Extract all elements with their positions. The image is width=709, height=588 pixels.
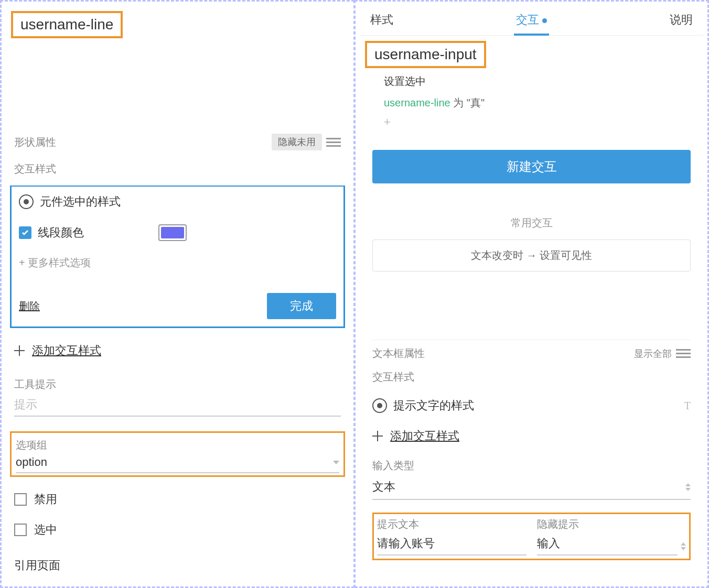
disable-checkbox[interactable] [14, 493, 27, 506]
line-color-swatch[interactable] [158, 224, 187, 241]
option-group-value: option [16, 455, 47, 469]
condition-target: username-line [384, 97, 450, 108]
option-group-dropdown[interactable]: option [16, 452, 339, 473]
interaction-style-label: 交互样式 [372, 370, 691, 384]
interaction-style-label: 交互样式 [10, 162, 345, 176]
condition-text: 为 "真" [450, 97, 485, 108]
tab-notes[interactable]: 说明 [670, 12, 693, 35]
disable-checkbox-row[interactable]: 禁用 [10, 492, 345, 507]
add-interaction-style-row[interactable]: 添加交互样式 [372, 428, 691, 444]
hint-text-section: 提示文本 隐藏提示 [372, 513, 691, 560]
stepper-icon [681, 542, 686, 550]
target-icon [372, 398, 387, 413]
selected-style-editor: 元件选中的样式 线段颜色 + 更多样式选项 删除 完成 [10, 186, 345, 328]
element-name-label: username-input [365, 41, 486, 68]
hide-unused-button[interactable]: 隐藏未用 [272, 134, 322, 150]
text-icon: T [684, 400, 691, 412]
hint-text-style-title: 提示文字的样式 [393, 398, 474, 413]
selected-checkbox[interactable] [14, 524, 27, 536]
hint-text-style-row[interactable]: 提示文字的样式 T [372, 398, 691, 413]
common-interactions-title: 常用交互 [372, 216, 691, 230]
plus-icon [372, 431, 383, 441]
new-interaction-button[interactable]: 新建交互 [372, 150, 691, 183]
hint-text-label: 提示文本 [377, 517, 527, 531]
selected-checkbox-row[interactable]: 选中 [10, 522, 345, 538]
complete-button[interactable]: 完成 [267, 293, 336, 319]
tab-interaction[interactable]: 交互 [516, 12, 547, 35]
more-options-link[interactable]: + 更多样式选项 [19, 256, 336, 270]
chevron-down-icon [333, 461, 339, 464]
input-type-value: 文本 [372, 479, 395, 495]
add-interaction-style-row[interactable]: 添加交互样式 [10, 343, 345, 358]
add-condition-button[interactable]: + [384, 115, 691, 129]
common-interaction-item[interactable]: 文本改变时 → 设置可见性 [372, 239, 691, 271]
textbox-props-header: 文本框属性 显示全部 [372, 340, 691, 361]
hint-text-input[interactable] [377, 532, 527, 556]
tab-style[interactable]: 样式 [370, 12, 393, 35]
selected-label: 选中 [34, 522, 57, 538]
option-group-box: 选项组 option [10, 431, 345, 477]
selected-style-title: 元件选中的样式 [40, 194, 121, 210]
hamburger-icon[interactable] [326, 136, 341, 149]
set-selected-title: 设置选中 [384, 74, 691, 89]
shape-props-label: 形状属性 [14, 135, 56, 149]
hamburger-icon[interactable] [676, 347, 691, 360]
left-panel: username-line 形状属性 隐藏未用 交互样式 元件选中的样式 线段颜… [0, 0, 354, 588]
option-group-label: 选项组 [16, 438, 339, 452]
element-name-label: username-line [11, 11, 123, 38]
add-interaction-style-link: 添加交互样式 [390, 428, 459, 444]
reference-page-link[interactable]: 引用页面 [10, 558, 345, 573]
unsaved-dot-icon [542, 18, 547, 23]
line-color-label: 线段颜色 [38, 225, 84, 241]
disable-label: 禁用 [34, 492, 57, 507]
delete-button[interactable]: 删除 [19, 299, 40, 313]
target-icon [19, 194, 34, 209]
tabs-row: 样式 交互 说明 [360, 6, 703, 36]
add-interaction-style-link: 添加交互样式 [32, 343, 101, 358]
input-type-dropdown[interactable]: 文本 [372, 475, 691, 500]
line-color-checkbox[interactable] [19, 226, 31, 239]
input-type-label: 输入类型 [372, 459, 691, 473]
condition-line[interactable]: username-line 为 "真" [372, 96, 691, 110]
hide-hint-label: 隐藏提示 [537, 517, 678, 531]
textbox-props-label: 文本框属性 [372, 346, 425, 361]
show-all-button[interactable]: 显示全部 [634, 347, 672, 360]
hide-hint-input[interactable] [537, 532, 678, 556]
plus-icon [14, 345, 25, 356]
shape-props-header: 形状属性 隐藏未用 [10, 134, 345, 150]
tooltip-label: 工具提示 [14, 377, 341, 391]
stepper-icon [685, 483, 691, 491]
tooltip-input[interactable] [14, 394, 341, 417]
right-panel: 样式 交互 说明 username-input 设置选中 username-li… [354, 0, 709, 588]
